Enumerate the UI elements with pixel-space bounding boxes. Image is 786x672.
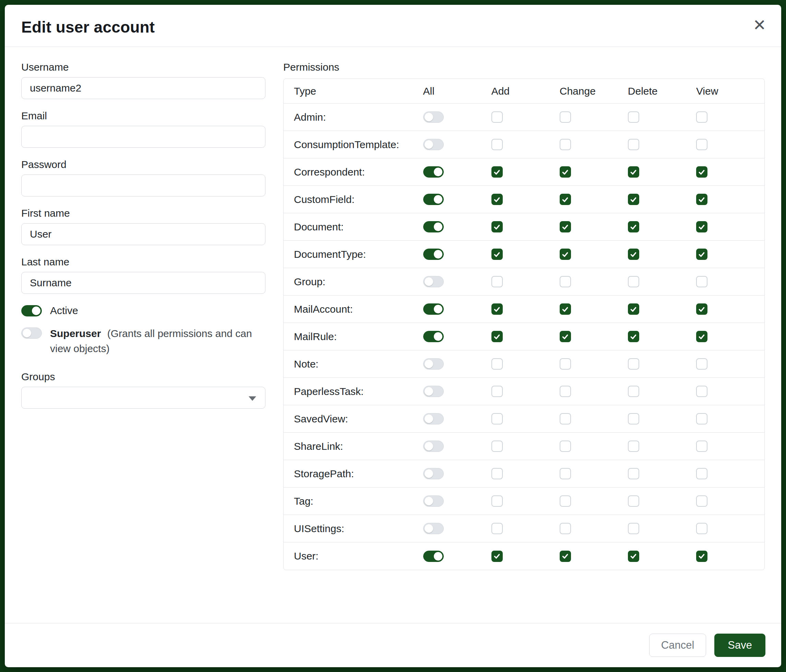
perm-view-checkbox[interactable] [696,551,707,562]
perm-change-checkbox[interactable] [560,221,571,232]
perm-change-checkbox[interactable] [560,413,571,424]
perm-view-checkbox[interactable] [696,276,707,287]
perm-all-toggle[interactable] [423,139,444,150]
perm-view-checkbox[interactable] [696,386,707,397]
perm-add-checkbox[interactable] [491,551,503,562]
perm-all-toggle[interactable] [423,468,444,479]
last-name-field[interactable] [21,272,266,294]
perm-delete-checkbox[interactable] [628,221,639,232]
groups-label: Groups [21,371,266,383]
perm-add-checkbox[interactable] [491,221,503,232]
perm-all-toggle[interactable] [423,221,444,232]
perm-change-checkbox[interactable] [560,495,571,507]
perm-add-checkbox[interactable] [491,468,503,479]
perm-view-checkbox[interactable] [696,221,707,232]
cancel-button[interactable]: Cancel [649,634,706,657]
perm-change-checkbox[interactable] [560,303,571,315]
perm-change-checkbox[interactable] [560,386,571,397]
perm-all-toggle[interactable] [423,194,444,205]
perm-view-checkbox[interactable] [696,495,707,507]
username-group: Username [21,61,266,99]
perm-view-checkbox[interactable] [696,111,707,123]
perm-add-checkbox[interactable] [491,276,503,287]
perm-change-checkbox[interactable] [560,276,571,287]
perm-view-checkbox[interactable] [696,331,707,342]
perm-col-change: Change [560,85,628,97]
perm-add-checkbox[interactable] [491,194,503,205]
perm-view-checkbox[interactable] [696,139,707,150]
perm-all-toggle[interactable] [423,441,444,452]
groups-select[interactable] [21,387,266,409]
perm-change-checkbox[interactable] [560,523,571,534]
perm-add-checkbox[interactable] [491,303,503,315]
active-toggle[interactable] [21,305,42,316]
perm-change-checkbox[interactable] [560,166,571,177]
perm-all-toggle[interactable] [423,495,444,507]
perm-delete-checkbox[interactable] [628,248,639,260]
perm-all-toggle[interactable] [423,413,444,424]
perm-delete-checkbox[interactable] [628,413,639,424]
perm-view-checkbox[interactable] [696,303,707,315]
perm-all-toggle[interactable] [423,331,444,342]
perm-view-checkbox[interactable] [696,523,707,534]
save-button[interactable]: Save [714,634,766,657]
perm-delete-checkbox[interactable] [628,523,639,534]
perm-view-checkbox[interactable] [696,441,707,452]
perm-add-checkbox[interactable] [491,111,503,123]
perm-change-checkbox[interactable] [560,111,571,123]
superuser-toggle[interactable] [21,327,42,339]
first-name-field[interactable] [21,223,266,245]
email-field[interactable] [21,126,266,148]
perm-change-checkbox[interactable] [560,194,571,205]
perm-all-toggle[interactable] [423,166,444,177]
perm-all-toggle[interactable] [423,386,444,397]
perm-delete-checkbox[interactable] [628,166,639,177]
perm-view-checkbox[interactable] [696,358,707,370]
perm-add-checkbox[interactable] [491,413,503,424]
perm-add-checkbox[interactable] [491,441,503,452]
username-input[interactable] [21,77,266,99]
perm-change-checkbox[interactable] [560,441,571,452]
perm-add-checkbox[interactable] [491,523,503,534]
perm-delete-checkbox[interactable] [628,468,639,479]
perm-all-toggle[interactable] [423,358,444,370]
perm-delete-checkbox[interactable] [628,139,639,150]
perm-delete-checkbox[interactable] [628,495,639,507]
perm-delete-checkbox[interactable] [628,194,639,205]
perm-change-checkbox[interactable] [560,551,571,562]
perm-delete-checkbox[interactable] [628,551,639,562]
perm-add-checkbox[interactable] [491,166,503,177]
perm-add-checkbox[interactable] [491,248,503,260]
perm-delete-checkbox[interactable] [628,276,639,287]
perm-change-checkbox[interactable] [560,331,571,342]
perm-delete-checkbox[interactable] [628,441,639,452]
close-icon[interactable]: ✕ [753,17,766,33]
perm-view-checkbox[interactable] [696,194,707,205]
perm-delete-checkbox[interactable] [628,111,639,123]
perm-delete-checkbox[interactable] [628,303,639,315]
perm-all-toggle[interactable] [423,276,444,287]
password-field[interactable] [21,174,266,196]
perm-all-toggle[interactable] [423,303,444,315]
perm-add-checkbox[interactable] [491,358,503,370]
perm-change-checkbox[interactable] [560,248,571,260]
perm-type-label: ShareLink: [284,441,423,452]
perm-add-checkbox[interactable] [491,331,503,342]
perm-view-checkbox[interactable] [696,248,707,260]
perm-view-checkbox[interactable] [696,413,707,424]
perm-add-checkbox[interactable] [491,495,503,507]
perm-all-toggle[interactable] [423,111,444,123]
perm-delete-checkbox[interactable] [628,386,639,397]
perm-delete-checkbox[interactable] [628,358,639,370]
perm-add-checkbox[interactable] [491,386,503,397]
perm-delete-checkbox[interactable] [628,331,639,342]
perm-all-toggle[interactable] [423,551,444,562]
perm-change-checkbox[interactable] [560,139,571,150]
perm-all-toggle[interactable] [423,248,444,260]
perm-view-checkbox[interactable] [696,468,707,479]
perm-all-toggle[interactable] [423,523,444,534]
perm-add-checkbox[interactable] [491,139,503,150]
perm-view-checkbox[interactable] [696,166,707,177]
perm-change-checkbox[interactable] [560,468,571,479]
perm-change-checkbox[interactable] [560,358,571,370]
